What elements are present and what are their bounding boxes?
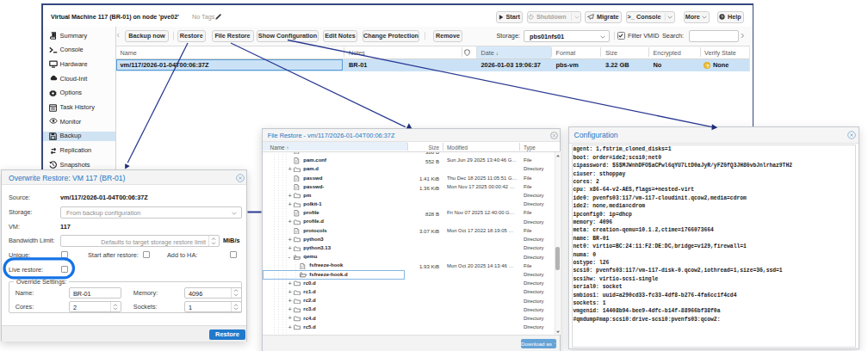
svg-text:?: ? (722, 15, 724, 19)
